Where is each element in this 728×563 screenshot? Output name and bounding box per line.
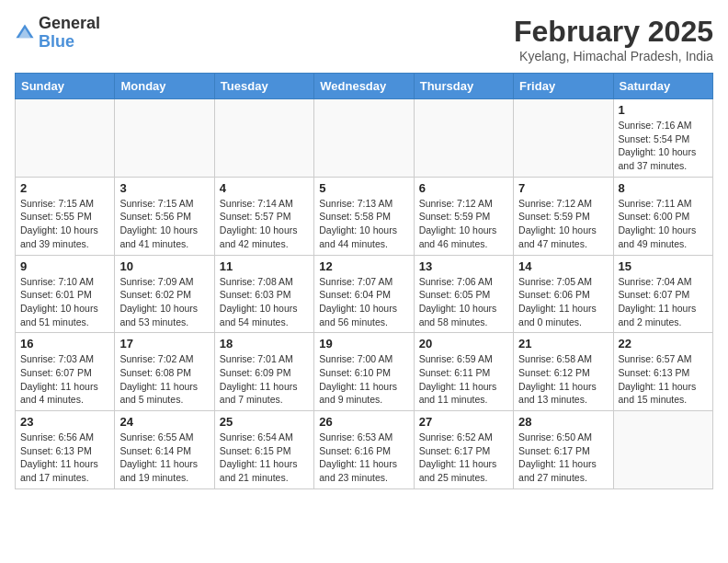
calendar-cell: 10Sunrise: 7:09 AM Sunset: 6:02 PM Dayli…: [115, 255, 214, 333]
calendar-cell: 22Sunrise: 6:57 AM Sunset: 6:13 PM Dayli…: [613, 333, 712, 411]
day-number: 17: [119, 337, 209, 350]
calendar-cell: 1Sunrise: 7:16 AM Sunset: 5:54 PM Daylig…: [613, 99, 712, 178]
title-block: February 2025 Kyelang, Himachal Pradesh,…: [514, 15, 713, 63]
day-number: 28: [518, 415, 608, 429]
day-number: 24: [119, 415, 209, 429]
day-number: 13: [419, 259, 508, 273]
day-info: Sunrise: 6:59 AM Sunset: 6:11 PM Dayligh…: [419, 352, 508, 407]
calendar-week-3: 9Sunrise: 7:10 AM Sunset: 6:01 PM Daylig…: [16, 255, 713, 333]
day-info: Sunrise: 7:04 AM Sunset: 6:07 PM Dayligh…: [619, 275, 708, 329]
calendar-cell: 25Sunrise: 6:54 AM Sunset: 6:15 PM Dayli…: [214, 411, 313, 489]
day-info: Sunrise: 7:13 AM Sunset: 5:58 PM Dayligh…: [319, 197, 408, 251]
calendar-cell: 19Sunrise: 7:00 AM Sunset: 6:10 PM Dayli…: [314, 333, 414, 411]
day-number: 9: [20, 259, 109, 273]
calendar-cell: 5Sunrise: 7:13 AM Sunset: 5:58 PM Daylig…: [314, 177, 414, 255]
day-number: 12: [319, 259, 408, 273]
calendar-cell: [16, 99, 115, 178]
logo-blue-text: Blue: [39, 33, 100, 52]
day-number: 14: [518, 259, 608, 273]
day-number: 27: [419, 415, 508, 429]
day-number: 26: [319, 415, 408, 429]
logo: General Blue: [15, 15, 100, 52]
day-info: Sunrise: 7:09 AM Sunset: 6:02 PM Dayligh…: [119, 275, 209, 329]
day-number: 6: [419, 181, 508, 195]
logo-general-text: General: [39, 15, 100, 33]
day-info: Sunrise: 7:10 AM Sunset: 6:01 PM Dayligh…: [20, 275, 109, 329]
day-info: Sunrise: 7:05 AM Sunset: 6:06 PM Dayligh…: [518, 275, 608, 329]
logo-icon: [15, 23, 35, 43]
day-number: 16: [20, 337, 109, 350]
calendar-cell: [314, 99, 414, 178]
calendar-table: SundayMondayTuesdayWednesdayThursdayFrid…: [15, 73, 713, 489]
day-info: Sunrise: 7:11 AM Sunset: 6:00 PM Dayligh…: [619, 197, 708, 251]
day-info: Sunrise: 7:08 AM Sunset: 6:03 PM Dayligh…: [220, 275, 309, 329]
day-number: 10: [119, 259, 209, 273]
day-info: Sunrise: 6:54 AM Sunset: 6:15 PM Dayligh…: [220, 431, 309, 485]
day-info: Sunrise: 7:07 AM Sunset: 6:04 PM Dayligh…: [319, 275, 408, 329]
day-number: 22: [619, 337, 708, 350]
day-info: Sunrise: 7:02 AM Sunset: 6:08 PM Dayligh…: [119, 352, 209, 407]
month-year: February 2025: [514, 15, 713, 49]
day-info: Sunrise: 7:14 AM Sunset: 5:57 PM Dayligh…: [220, 197, 309, 251]
day-info: Sunrise: 7:15 AM Sunset: 5:56 PM Dayligh…: [119, 197, 209, 251]
calendar-cell: 24Sunrise: 6:55 AM Sunset: 6:14 PM Dayli…: [115, 411, 214, 489]
day-info: Sunrise: 7:12 AM Sunset: 5:59 PM Dayligh…: [518, 197, 608, 251]
weekday-header-thursday: Thursday: [414, 74, 513, 99]
calendar-cell: 3Sunrise: 7:15 AM Sunset: 5:56 PM Daylig…: [115, 177, 214, 255]
weekday-header-friday: Friday: [514, 74, 613, 99]
day-number: 2: [20, 181, 109, 195]
day-info: Sunrise: 7:15 AM Sunset: 5:55 PM Dayligh…: [20, 197, 109, 251]
day-number: 25: [220, 415, 309, 429]
day-number: 1: [619, 103, 708, 117]
day-number: 19: [319, 337, 408, 350]
calendar-week-1: 1Sunrise: 7:16 AM Sunset: 5:54 PM Daylig…: [16, 99, 713, 178]
calendar-cell: 18Sunrise: 7:01 AM Sunset: 6:09 PM Dayli…: [214, 333, 313, 411]
calendar-cell: [115, 99, 214, 178]
day-info: Sunrise: 6:57 AM Sunset: 6:13 PM Dayligh…: [619, 352, 708, 407]
day-number: 20: [419, 337, 508, 350]
calendar-cell: 23Sunrise: 6:56 AM Sunset: 6:13 PM Dayli…: [16, 411, 115, 489]
day-number: 4: [220, 181, 309, 195]
calendar-cell: 27Sunrise: 6:52 AM Sunset: 6:17 PM Dayli…: [414, 411, 513, 489]
calendar-cell: 26Sunrise: 6:53 AM Sunset: 6:16 PM Dayli…: [314, 411, 414, 489]
day-info: Sunrise: 7:01 AM Sunset: 6:09 PM Dayligh…: [220, 352, 309, 407]
day-info: Sunrise: 7:12 AM Sunset: 5:59 PM Dayligh…: [419, 197, 508, 251]
calendar-cell: 13Sunrise: 7:06 AM Sunset: 6:05 PM Dayli…: [414, 255, 513, 333]
page-header: General Blue February 2025 Kyelang, Hima…: [15, 15, 713, 63]
day-info: Sunrise: 6:53 AM Sunset: 6:16 PM Dayligh…: [319, 431, 408, 485]
day-number: 7: [518, 181, 608, 195]
weekday-header-tuesday: Tuesday: [214, 74, 313, 99]
day-info: Sunrise: 6:56 AM Sunset: 6:13 PM Dayligh…: [20, 431, 109, 485]
calendar-cell: 11Sunrise: 7:08 AM Sunset: 6:03 PM Dayli…: [214, 255, 313, 333]
calendar-cell: 4Sunrise: 7:14 AM Sunset: 5:57 PM Daylig…: [214, 177, 313, 255]
calendar-cell: 9Sunrise: 7:10 AM Sunset: 6:01 PM Daylig…: [16, 255, 115, 333]
calendar-cell: 20Sunrise: 6:59 AM Sunset: 6:11 PM Dayli…: [414, 333, 513, 411]
day-info: Sunrise: 6:52 AM Sunset: 6:17 PM Dayligh…: [419, 431, 508, 485]
calendar-week-4: 16Sunrise: 7:03 AM Sunset: 6:07 PM Dayli…: [16, 333, 713, 411]
day-number: 3: [119, 181, 209, 195]
calendar-cell: [414, 99, 513, 178]
calendar-cell: 21Sunrise: 6:58 AM Sunset: 6:12 PM Dayli…: [514, 333, 613, 411]
day-info: Sunrise: 7:16 AM Sunset: 5:54 PM Dayligh…: [619, 119, 708, 173]
day-info: Sunrise: 7:00 AM Sunset: 6:10 PM Dayligh…: [319, 352, 408, 407]
calendar-header-row: SundayMondayTuesdayWednesdayThursdayFrid…: [16, 74, 713, 99]
calendar-cell: 28Sunrise: 6:50 AM Sunset: 6:17 PM Dayli…: [514, 411, 613, 489]
weekday-header-monday: Monday: [115, 74, 214, 99]
calendar-cell: [613, 411, 712, 489]
day-number: 11: [220, 259, 309, 273]
weekday-header-sunday: Sunday: [16, 74, 115, 99]
calendar-week-5: 23Sunrise: 6:56 AM Sunset: 6:13 PM Dayli…: [16, 411, 713, 489]
calendar-cell: 6Sunrise: 7:12 AM Sunset: 5:59 PM Daylig…: [414, 177, 513, 255]
day-number: 5: [319, 181, 408, 195]
day-info: Sunrise: 7:03 AM Sunset: 6:07 PM Dayligh…: [20, 352, 109, 407]
calendar-cell: 15Sunrise: 7:04 AM Sunset: 6:07 PM Dayli…: [613, 255, 712, 333]
calendar-cell: 14Sunrise: 7:05 AM Sunset: 6:06 PM Dayli…: [514, 255, 613, 333]
calendar-cell: 12Sunrise: 7:07 AM Sunset: 6:04 PM Dayli…: [314, 255, 414, 333]
day-info: Sunrise: 6:50 AM Sunset: 6:17 PM Dayligh…: [518, 431, 608, 485]
day-number: 15: [619, 259, 708, 273]
day-info: Sunrise: 6:58 AM Sunset: 6:12 PM Dayligh…: [518, 352, 608, 407]
location: Kyelang, Himachal Pradesh, India: [514, 49, 713, 63]
calendar-cell: 16Sunrise: 7:03 AM Sunset: 6:07 PM Dayli…: [16, 333, 115, 411]
calendar-cell: [214, 99, 313, 178]
calendar-cell: 8Sunrise: 7:11 AM Sunset: 6:00 PM Daylig…: [613, 177, 712, 255]
